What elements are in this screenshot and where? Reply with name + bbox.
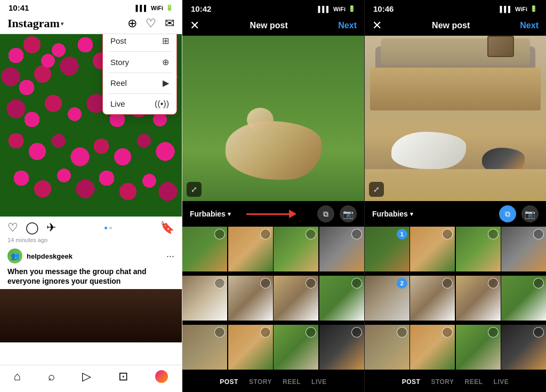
close-button-3[interactable]: ✕: [372, 19, 382, 33]
album-selector-2[interactable]: Furbabies ▾: [190, 210, 231, 218]
multi-select-button-2[interactable]: ⧉: [317, 205, 334, 222]
dropdown-reel-item[interactable]: Reel ▶: [103, 73, 176, 93]
like-icon[interactable]: ♡: [7, 221, 18, 235]
heart-icon[interactable]: ♡: [146, 17, 156, 30]
thumb-item[interactable]: [501, 276, 546, 321]
search-nav-icon[interactable]: ⌕: [48, 370, 55, 383]
thumb-item[interactable]: [319, 227, 364, 271]
bookmark-icon[interactable]: 🔖: [160, 221, 174, 235]
create-dropdown-menu: Post ⊞ Story ⊕ Reel ▶ Live ((•)): [102, 34, 177, 115]
mode-post-3[interactable]: POST: [402, 378, 421, 386]
thumbnail-grid-2: [182, 227, 364, 373]
thumb-item[interactable]: [501, 227, 546, 271]
thumb-item[interactable]: [410, 276, 455, 321]
username[interactable]: helpdeskgeek: [27, 252, 73, 260]
thumb-check: [214, 327, 225, 338]
shop-nav-icon[interactable]: ⊡: [118, 370, 128, 383]
add-post-icon[interactable]: ⊕: [127, 17, 137, 30]
mode-reel-2[interactable]: REEL: [283, 378, 301, 386]
thumb-check: [351, 278, 362, 289]
thumb-item[interactable]: [410, 325, 455, 370]
wifi-icon: WiFi: [151, 5, 163, 11]
arrow-head-icon: [289, 210, 296, 218]
new-post-title-2: New post: [199, 21, 338, 30]
selection-number-1: 1: [397, 229, 407, 239]
thumb-check: [533, 229, 544, 239]
thumb-check: [306, 229, 316, 239]
multi-select-button-3[interactable]: ⧉: [499, 205, 516, 222]
signal-icon-3: ▌▌▌: [500, 6, 512, 12]
thumb-item[interactable]: [228, 227, 273, 271]
mode-post-2[interactable]: POST: [220, 378, 238, 386]
new-post-panel-multi: 10:46 ▌▌▌ WiFi 🔋 ✕ New post Next ⤢ Furba…: [364, 0, 546, 392]
thumb-item[interactable]: [456, 227, 501, 271]
next-button-2[interactable]: Next: [338, 21, 357, 30]
album-icons-2: ⧉ 📷: [317, 205, 357, 222]
thumb-item[interactable]: [501, 325, 546, 370]
dog-head: [247, 108, 274, 132]
dropdown-post-item[interactable]: Post ⊞: [103, 34, 176, 51]
thumb-check: [260, 327, 271, 338]
live-icon: ((•)): [155, 99, 169, 109]
expand-button-3[interactable]: ⤢: [369, 182, 384, 197]
dropdown-live-item[interactable]: Live ((•)): [103, 94, 176, 114]
thumb-item[interactable]: [182, 227, 227, 271]
arrow-line: [246, 213, 289, 215]
album-selector-3[interactable]: Furbabies ▾: [372, 210, 413, 218]
thumb-item[interactable]: [228, 276, 273, 321]
thumb-item[interactable]: [274, 276, 318, 321]
user-row: 👥 helpdeskgeek ···: [0, 245, 182, 266]
camera-button-3[interactable]: 📷: [521, 205, 539, 222]
more-options-icon[interactable]: ···: [166, 251, 174, 262]
mode-story-3[interactable]: STORY: [431, 378, 454, 386]
album-name-text-3: Furbabies: [372, 210, 408, 218]
new-post-header-3: ✕ New post Next: [365, 15, 546, 36]
post-grid-icon: ⊞: [162, 36, 169, 46]
thumb-item[interactable]: [456, 325, 501, 370]
messenger-icon[interactable]: ✉: [165, 17, 174, 30]
thumb-item[interactable]: [274, 227, 318, 271]
comment-icon[interactable]: ◯: [26, 221, 39, 235]
dropdown-story-item[interactable]: Story ⊕: [103, 52, 176, 73]
mode-reel-3[interactable]: REEL: [465, 378, 483, 386]
thumb-item-selected-2[interactable]: 2: [365, 276, 410, 321]
album-chevron-icon-3: ▾: [410, 211, 413, 218]
mode-bar-2: POST STORY REEL LIVE: [182, 373, 364, 392]
thumb-item[interactable]: [228, 325, 273, 370]
thumb-check: [488, 278, 499, 289]
mode-live-3[interactable]: LIVE: [494, 378, 509, 386]
selection-number-2: 2: [397, 278, 407, 289]
reels-nav-icon[interactable]: ▷: [82, 370, 91, 383]
dot-1: [105, 227, 107, 229]
thumb-item[interactable]: [274, 325, 318, 370]
expand-button[interactable]: ⤢: [187, 182, 202, 197]
thumb-item[interactable]: [182, 276, 227, 321]
profile-nav-avatar[interactable]: [155, 370, 168, 383]
thumb-item-selected-1[interactable]: 1: [365, 227, 410, 271]
thumb-item[interactable]: [182, 325, 227, 370]
thumb-item[interactable]: [319, 325, 364, 370]
thumb-item[interactable]: [319, 276, 364, 321]
thumb-check: [260, 229, 271, 239]
next-button-3[interactable]: Next: [520, 21, 539, 30]
thumb-check: [488, 327, 499, 338]
thumb-item[interactable]: [410, 227, 455, 271]
user-avatar[interactable]: 👥: [7, 249, 22, 263]
share-icon[interactable]: ✈: [46, 221, 56, 235]
home-nav-icon[interactable]: ⌂: [14, 370, 21, 383]
thumb-item[interactable]: [365, 325, 410, 370]
logo-text: Instagram: [7, 17, 60, 30]
signal-icon: ▌▌▌: [135, 5, 148, 11]
mode-live-2[interactable]: LIVE: [311, 378, 327, 386]
instagram-logo[interactable]: Instagram ▾: [7, 17, 63, 30]
pillow-shape: [487, 36, 514, 57]
bottom-nav: ⌂ ⌕ ▷ ⊡: [0, 365, 182, 392]
mode-story-2[interactable]: STORY: [249, 378, 272, 386]
live-label: Live: [110, 99, 125, 108]
status-bar-3: 10:46 ▌▌▌ WiFi 🔋: [365, 0, 546, 15]
status-time-3: 10:46: [373, 4, 394, 13]
thumb-item[interactable]: [456, 276, 501, 321]
header-icons: ⊕ ♡ ✉: [127, 17, 174, 30]
close-button-2[interactable]: ✕: [190, 19, 199, 33]
camera-button-2[interactable]: 📷: [340, 205, 357, 222]
